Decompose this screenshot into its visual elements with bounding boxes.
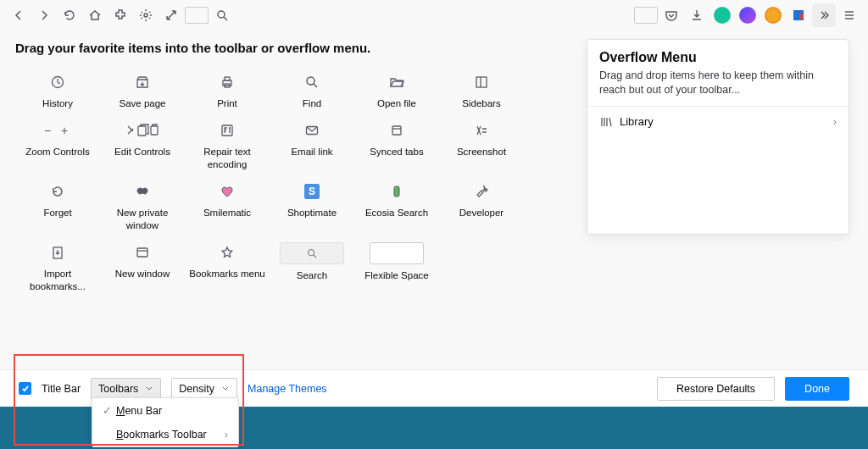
svg-point-8 <box>307 77 314 85</box>
title-bar-checkbox[interactable] <box>19 382 31 395</box>
item-label: Search <box>271 269 353 282</box>
bookmarks-menu-icon <box>186 242 268 263</box>
overflow-item-library[interactable]: Library › <box>587 107 849 234</box>
ext-blue-icon[interactable] <box>787 3 810 27</box>
downloads-icon[interactable] <box>685 3 709 27</box>
edit-icon <box>102 120 183 141</box>
item-label: Import bookmarks... <box>17 268 98 293</box>
item-label: New window <box>102 268 183 280</box>
chevron-right-icon: › <box>225 429 228 441</box>
pocket-icon[interactable] <box>659 3 683 27</box>
save-page-icon <box>102 72 183 92</box>
item-label: Sidebars <box>441 97 522 110</box>
item-label: Ecosia Search <box>356 207 437 219</box>
grid-item-flexible[interactable]: Flexible Space <box>354 237 439 298</box>
grid-item-repair[interactable]: Repair text encoding <box>185 115 270 176</box>
grid-item-zoom[interactable]: − +Zoom Controls <box>15 115 100 176</box>
ext-orange-icon[interactable] <box>761 3 785 27</box>
item-label: New private window <box>102 207 183 232</box>
settings-icon[interactable] <box>134 3 158 27</box>
item-label: Zoom Controls <box>17 146 98 158</box>
chevron-down-icon <box>221 385 230 393</box>
back-icon[interactable] <box>7 3 31 27</box>
svg-rect-17 <box>137 248 147 257</box>
history-icon <box>17 72 98 92</box>
restore-defaults-button[interactable]: Restore Defaults <box>657 377 775 401</box>
svg-rect-12 <box>222 125 232 136</box>
item-label: Smilematic <box>186 207 268 219</box>
item-label: Open file <box>356 97 437 110</box>
overflow-icon[interactable] <box>812 3 836 27</box>
overflow-description: Drag and drop items here to keep them wi… <box>599 69 837 97</box>
developer-icon <box>441 181 522 202</box>
grid-item-open-file[interactable]: Open file <box>354 67 439 115</box>
grid-item-synced[interactable]: Synced tabs <box>354 115 439 176</box>
grid-item-private[interactable]: New private window <box>100 176 185 237</box>
manage-themes-link[interactable]: Manage Themes <box>248 383 327 395</box>
toolbar-placeholder[interactable] <box>634 7 658 24</box>
dropdown-bookmarks-toolbar[interactable]: Bookmarks Toolbar › <box>92 423 238 446</box>
toolbars-dropdown: ✓ Menu Bar Bookmarks Toolbar › <box>92 397 239 447</box>
fullscreen-icon[interactable] <box>159 3 183 27</box>
item-label: Developer <box>441 207 522 219</box>
done-button[interactable]: Done <box>785 377 849 401</box>
toolbar-placeholder[interactable] <box>185 7 209 24</box>
grid-item-new-window[interactable]: New window <box>100 237 185 298</box>
svg-rect-11 <box>151 126 158 135</box>
ecosia-icon <box>356 181 437 202</box>
svg-rect-14 <box>392 126 401 135</box>
item-label: Flexible Space <box>356 269 437 282</box>
home-icon[interactable] <box>83 3 107 27</box>
grid-item-print[interactable]: Print <box>185 67 270 115</box>
item-label: Forget <box>17 207 98 219</box>
item-label: History <box>17 97 98 110</box>
density-select[interactable]: Density <box>171 378 237 400</box>
item-label: Email link <box>271 146 353 158</box>
search-icon[interactable] <box>210 3 234 27</box>
forward-icon[interactable] <box>32 3 56 27</box>
dropdown-menu-bar[interactable]: ✓ Menu Bar <box>92 398 238 423</box>
ext-grammarly-icon[interactable] <box>710 3 734 27</box>
shoptimate-icon: S <box>271 181 353 202</box>
private-icon <box>102 181 183 202</box>
grid-item-developer[interactable]: Developer <box>439 176 524 237</box>
ext-purple-icon[interactable] <box>736 3 760 27</box>
grid-item-shoptimate[interactable]: SShoptimate <box>270 176 354 237</box>
menu-icon[interactable] <box>837 3 861 27</box>
grid-item-history[interactable]: History <box>15 67 100 115</box>
svg-point-0 <box>144 14 147 17</box>
extensions-icon[interactable] <box>108 3 132 27</box>
grid-item-sidebars[interactable]: Sidebars <box>439 67 524 115</box>
overflow-title: Overflow Menu <box>599 50 837 65</box>
grid-item-forget[interactable]: Forget <box>15 176 100 237</box>
browser-toolbar <box>0 0 868 30</box>
overflow-panel: Overflow Menu Drag and drop items here t… <box>587 39 849 235</box>
open-file-icon <box>356 72 437 92</box>
svg-rect-15 <box>394 186 399 197</box>
import-icon <box>17 242 98 263</box>
item-label: Shoptimate <box>271 207 353 219</box>
reload-icon[interactable] <box>58 3 81 27</box>
grid-item-save-page[interactable]: Save page <box>100 67 185 115</box>
svg-rect-9 <box>476 77 487 87</box>
overflow-item-label: Library <box>620 115 833 128</box>
zoom-icon: − + <box>17 120 98 141</box>
toolbars-select[interactable]: Toolbars <box>91 378 161 400</box>
item-label: Synced tabs <box>356 146 437 158</box>
grid-item-import[interactable]: Import bookmarks... <box>15 237 100 298</box>
svg-point-1 <box>218 11 225 18</box>
title-bar-label: Title Bar <box>42 383 81 395</box>
grid-item-search[interactable]: Search <box>270 237 354 298</box>
repair-icon <box>186 120 268 141</box>
grid-item-edit[interactable]: Edit Controls <box>100 115 185 176</box>
item-label: Find <box>271 97 353 110</box>
svg-rect-6 <box>225 77 230 80</box>
grid-item-smilematic[interactable]: Smilematic <box>185 176 270 237</box>
grid-item-screenshot[interactable]: Screenshot <box>439 115 524 176</box>
grid-item-bookmarks-menu[interactable]: Bookmarks menu <box>185 237 270 298</box>
item-label: Edit Controls <box>102 146 183 158</box>
grid-item-email[interactable]: Email link <box>270 115 354 176</box>
grid-item-ecosia[interactable]: Ecosia Search <box>354 176 439 237</box>
grid-item-find[interactable]: Find <box>270 67 354 115</box>
item-label: Screenshot <box>441 146 522 158</box>
